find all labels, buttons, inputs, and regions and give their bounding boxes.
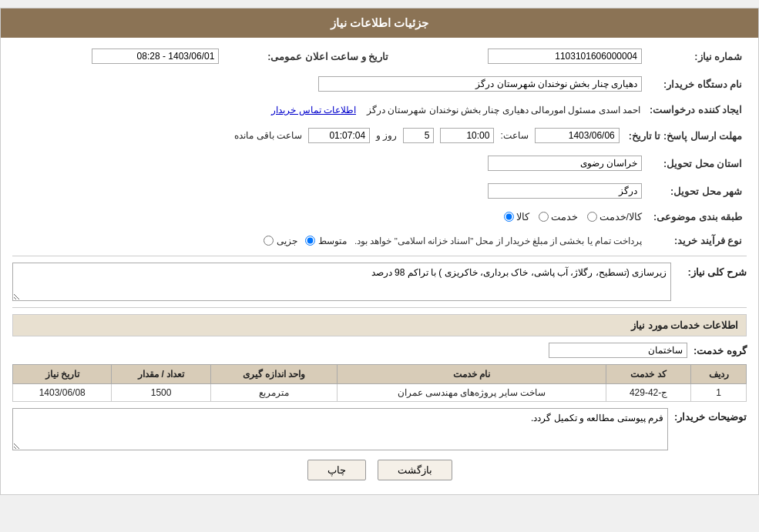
process-row: پرداخت تمام یا بخشی از مبلغ خریدار از مح… — [17, 236, 642, 246]
col-qty: تعداد / مقدار — [112, 365, 210, 384]
info-table-creator: ایجاد کننده درخواست: احمد اسدی مسئول امو… — [12, 101, 747, 119]
deadline-remain-label: ساعت باقی مانده — [234, 130, 302, 141]
announcement-date-value — [12, 45, 223, 67]
deadline-date-input[interactable] — [535, 128, 620, 143]
buyer-desc-textarea[interactable]: فرم پیوستی مطالعه و تکمیل گردد. — [12, 408, 668, 450]
creator-text: احمد اسدی مسئول امورمالی دهیاری چنار بخش… — [367, 105, 640, 115]
need-number-input[interactable] — [488, 49, 642, 64]
table-row: 1 ج-42-429 ساخت سایر پروژه‌های مهندسی عم… — [13, 384, 747, 402]
services-table-wrapper: ردیف کد خدمت نام خدمت واحد اندازه گیری ت… — [12, 364, 747, 402]
cell-date: 1403/06/08 — [13, 384, 112, 402]
col-date: تاریخ نیاز — [13, 365, 112, 384]
need-desc-wrapper: شرح کلی نیاز: زیرسازی (تسطیح، رگلاژ، آب … — [12, 263, 747, 301]
process-jozvi[interactable]: جزیی — [264, 236, 297, 246]
deadline-time-label: ساعت: — [500, 130, 528, 141]
province-value — [12, 152, 646, 174]
process-row-cell: پرداخت تمام یا بخشی از مبلغ خریدار از مح… — [12, 232, 646, 249]
deadline-row: ساعت: روز و ساعت باقی مانده — [17, 128, 620, 143]
cell-name: ساخت سایر پروژه‌های مهندسی عمران — [338, 384, 606, 402]
process-jozvi-radio[interactable] — [264, 236, 274, 246]
category-kala-label: کالا — [516, 211, 529, 223]
process-motavaset-label: متوسط — [318, 236, 347, 246]
announcement-date-label: تاریخ و ساعت اعلان عمومی: — [223, 45, 393, 67]
province-label: استان محل تحویل: — [646, 152, 747, 174]
back-button[interactable]: بازگشت — [378, 460, 452, 480]
service-group-label: گروه خدمت: — [694, 345, 747, 356]
announcement-date-input[interactable] — [92, 49, 219, 64]
info-table-process: نوع فرآیند خرید: پرداخت تمام یا بخشی از … — [12, 232, 747, 249]
need-desc-label: شرح کلی نیاز: — [677, 263, 747, 301]
col-unit: واحد اندازه گیری — [210, 365, 337, 384]
info-table-deadline: مهلت ارسال پاسخ: تا تاریخ: ساعت: روز و س… — [12, 125, 747, 146]
need-number-value — [393, 45, 646, 67]
col-code: کد خدمت — [606, 365, 691, 384]
deadline-days-input[interactable] — [403, 128, 434, 143]
buyer-desc-wrapper: توضیحات خریدار: فرم پیوستی مطالعه و تکمی… — [12, 408, 747, 450]
deadline-row-cell: ساعت: روز و ساعت باقی مانده — [12, 125, 624, 146]
services-table: ردیف کد خدمت نام خدمت واحد اندازه گیری ت… — [12, 364, 747, 402]
buttons-row: بازگشت چاپ — [12, 460, 747, 480]
category-khedmat-radio[interactable] — [539, 212, 549, 222]
buyer-org-label: نام دستگاه خریدار: — [646, 73, 747, 95]
category-kala-khedmat-radio[interactable] — [587, 212, 597, 222]
city-value — [12, 180, 646, 202]
col-name: نام خدمت — [338, 365, 606, 384]
info-table-top: شماره نیاز: تاریخ و ساعت اعلان عمومی: — [12, 45, 747, 67]
process-jozvi-label: جزیی — [277, 236, 297, 246]
deadline-days-label: روز و — [376, 130, 397, 141]
category-kala-radio[interactable] — [504, 212, 514, 222]
cell-qty: 1500 — [112, 384, 210, 402]
cell-code: ج-42-429 — [606, 384, 691, 402]
city-input[interactable] — [488, 183, 642, 199]
creator-label: ایجاد کننده درخواست: — [645, 101, 747, 119]
print-button[interactable]: چاپ — [307, 460, 366, 480]
category-label: طبقه بندی موضوعی: — [646, 208, 747, 226]
deadline-label: مهلت ارسال پاسخ: تا تاریخ: — [624, 125, 747, 146]
category-khedmat-label: خدمت — [551, 211, 578, 223]
city-label: شهر محل تحویل: — [646, 180, 747, 202]
info-table-buyer: نام دستگاه خریدار: — [12, 73, 747, 95]
category-kala[interactable]: کالا — [504, 211, 529, 223]
deadline-time-input[interactable] — [440, 128, 494, 143]
page-wrapper: جزئیات اطلاعات نیاز شماره نیاز: تاریخ و … — [0, 8, 759, 495]
buyer-desc-label: توضیحات خریدار: — [674, 408, 747, 423]
contact-link[interactable]: اطلاعات تماس خریدار — [271, 105, 356, 115]
page-title: جزئیات اطلاعات نیاز — [331, 16, 428, 29]
category-options: کالا/خدمت خدمت کالا — [504, 211, 642, 223]
info-table-province: استان محل تحویل: — [12, 152, 747, 174]
category-khedmat[interactable]: خدمت — [539, 211, 578, 223]
buyer-org-input[interactable] — [318, 76, 642, 92]
process-description: پرداخت تمام یا بخشی از مبلغ خریدار از مح… — [354, 236, 642, 246]
process-motavaset[interactable]: متوسط — [305, 236, 347, 246]
creator-value: احمد اسدی مسئول امورمالی دهیاری چنار بخش… — [12, 101, 645, 119]
category-radio-group: کالا/خدمت خدمت کالا — [12, 208, 646, 226]
deadline-remain-input[interactable] — [308, 128, 370, 143]
service-group-input[interactable] — [549, 343, 687, 358]
info-table-city: شهر محل تحویل: — [12, 180, 747, 202]
cell-unit: مترمربع — [210, 384, 337, 402]
process-motavaset-radio[interactable] — [305, 236, 315, 246]
category-kala-khedmat[interactable]: کالا/خدمت — [587, 211, 642, 223]
main-content: شماره نیاز: تاریخ و ساعت اعلان عمومی: نا… — [1, 38, 758, 494]
divider-2 — [12, 307, 747, 308]
buyer-org-value — [12, 73, 646, 95]
cell-row: 1 — [691, 384, 747, 402]
page-header: جزئیات اطلاعات نیاز — [1, 8, 758, 38]
province-input[interactable] — [488, 156, 642, 171]
divider-1 — [12, 256, 747, 256]
col-row: ردیف — [691, 365, 747, 384]
need-number-label: شماره نیاز: — [646, 45, 747, 67]
info-table-category: طبقه بندی موضوعی: کالا/خدمت خدمت کالا — [12, 208, 747, 226]
category-kala-khedmat-label: کالا/خدمت — [599, 211, 642, 223]
service-group-row: گروه خدمت: — [12, 343, 747, 358]
process-label: نوع فرآیند خرید: — [646, 232, 747, 249]
services-section-title: اطلاعات خدمات مورد نیاز — [12, 314, 747, 336]
need-desc-textarea[interactable]: زیرسازی (تسطیح، رگلاژ، آب پاشی، خاک بردا… — [12, 263, 671, 301]
